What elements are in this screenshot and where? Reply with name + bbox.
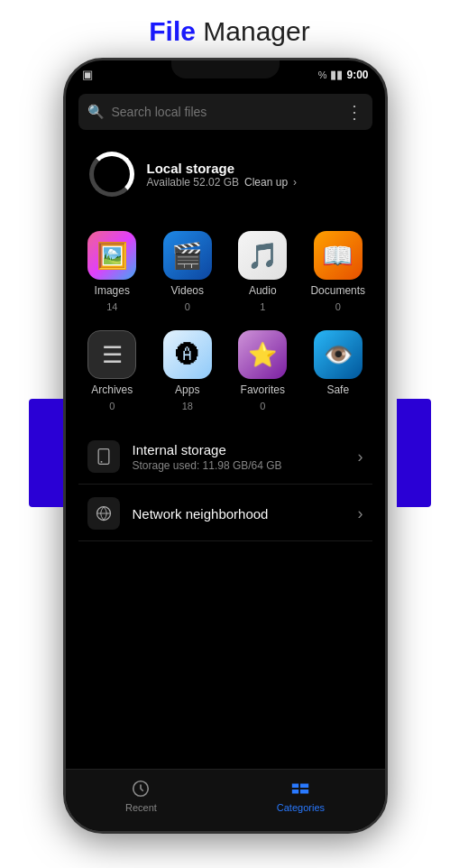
documents-label: Documents xyxy=(310,284,365,297)
bottom-nav: Recent Categories xyxy=(66,769,385,831)
internal-arrow-icon: › xyxy=(358,448,363,466)
category-item-images[interactable]: 🖼️ Images 14 xyxy=(75,222,151,321)
available-text: Available 52.02 GB xyxy=(147,176,240,189)
internal-info: Internal storage Storage used: 11.98 GB/… xyxy=(133,442,345,472)
page-title: File Manager xyxy=(149,16,309,47)
images-count: 14 xyxy=(106,301,117,312)
category-item-audio[interactable]: 🎵 Audio 1 xyxy=(225,222,301,321)
recent-nav-icon xyxy=(131,779,151,799)
search-icon: 🔍 xyxy=(87,104,105,120)
internal-title: Internal storage xyxy=(133,442,345,457)
nav-item-categories[interactable]: Categories xyxy=(277,779,325,813)
recent-nav-label: Recent xyxy=(125,802,157,813)
category-item-favorites[interactable]: ⭐ Favorites 0 xyxy=(225,321,301,420)
archives-label: Archives xyxy=(91,383,133,396)
network-arrow-icon: › xyxy=(358,504,363,523)
nav-item-recent[interactable]: Recent xyxy=(125,779,157,813)
network-title: Network neighborhood xyxy=(133,506,345,522)
documents-count: 0 xyxy=(335,301,341,312)
screen: ▣ % ▮▮ 9:00 🔍 ⋮ Local storage xyxy=(66,60,385,831)
audio-label: Audio xyxy=(249,284,277,297)
local-storage-title: Local storage xyxy=(147,161,298,176)
network-info: Network neighborhood xyxy=(133,506,345,522)
videos-count: 0 xyxy=(185,301,190,312)
category-item-videos[interactable]: 🎬 Videos 0 xyxy=(150,222,225,321)
images-label: Images xyxy=(95,284,130,297)
archives-icon: ☰ xyxy=(87,330,136,379)
search-bar[interactable]: 🔍 ⋮ xyxy=(78,94,372,130)
archives-count: 0 xyxy=(109,401,115,411)
documents-icon: 📖 xyxy=(314,231,363,280)
favorites-count: 0 xyxy=(260,401,265,411)
favorites-label: Favorites xyxy=(241,383,285,396)
category-item-apps[interactable]: 🅐 Apps 18 xyxy=(150,321,225,420)
images-icon: 🖼️ xyxy=(87,231,136,280)
phone-shell: ▣ % ▮▮ 9:00 🔍 ⋮ Local storage xyxy=(63,58,388,834)
apps-label: Apps xyxy=(175,383,199,396)
categories-nav-label: Categories xyxy=(277,802,325,813)
svg-rect-0 xyxy=(98,449,109,465)
safe-label: Safe xyxy=(326,383,349,396)
audio-count: 1 xyxy=(260,301,265,312)
cleanup-text[interactable]: Clean up xyxy=(244,176,288,189)
title-bold: File xyxy=(149,16,196,46)
battery-icon: ▮▮ xyxy=(330,68,343,81)
storage-info: Local storage Available 52.02 GB Clean u… xyxy=(147,161,298,189)
storage-sub: Available 52.02 GB Clean up › xyxy=(147,176,298,189)
notch xyxy=(171,60,280,78)
more-options-icon[interactable]: ⋮ xyxy=(345,101,363,123)
apps-icon: 🅐 xyxy=(163,330,212,379)
categories-nav-icon xyxy=(290,779,310,799)
time-display: 9:00 xyxy=(346,69,368,81)
videos-label: Videos xyxy=(171,284,204,297)
blue-accent-right xyxy=(397,399,431,507)
storage-item-network[interactable]: Network neighborhood › xyxy=(78,486,372,541)
apps-count: 18 xyxy=(182,401,193,411)
internal-subtitle: Storage used: 11.98 GB/64 GB xyxy=(133,459,345,472)
category-item-documents[interactable]: 📖 Documents 0 xyxy=(300,222,376,321)
favorites-icon: ⭐ xyxy=(238,330,287,379)
title-light: Manager xyxy=(196,16,310,46)
status-left: ▣ xyxy=(82,68,93,81)
blue-accent-left xyxy=(29,399,63,507)
percent-icon: % xyxy=(318,69,327,80)
sim-icon: ▣ xyxy=(82,68,93,81)
category-grid: 🖼️ Images 14 🎬 Videos 0 🎵 Audio 1 📖 Docu… xyxy=(75,222,376,420)
storage-ring-icon xyxy=(89,152,134,197)
storage-item-internal[interactable]: Internal storage Storage used: 11.98 GB/… xyxy=(78,429,372,485)
safe-icon: 👁️ xyxy=(314,330,363,379)
svg-rect-1 xyxy=(100,461,102,463)
cleanup-arrow-icon: › xyxy=(293,176,297,189)
internal-icon xyxy=(87,440,120,473)
storage-items: Internal storage Storage used: 11.98 GB/… xyxy=(78,429,372,541)
videos-icon: 🎬 xyxy=(163,231,212,280)
local-storage-card: Local storage Available 52.02 GB Clean u… xyxy=(78,143,372,206)
audio-icon: 🎵 xyxy=(238,231,287,280)
category-item-safe[interactable]: 👁️ Safe xyxy=(300,321,376,420)
network-icon xyxy=(87,497,120,530)
status-right: % ▮▮ 9:00 xyxy=(318,68,369,81)
category-item-archives[interactable]: ☰ Archives 0 xyxy=(75,321,151,420)
search-input[interactable] xyxy=(112,105,338,119)
